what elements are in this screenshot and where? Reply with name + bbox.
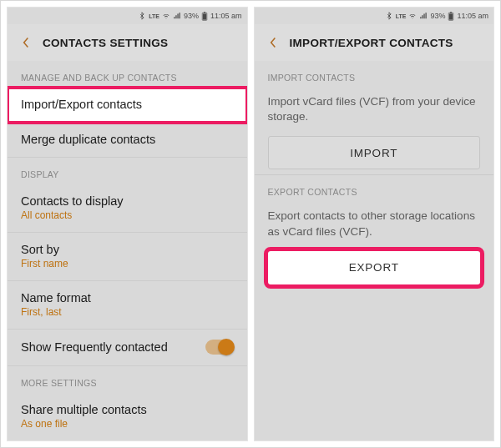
- row-share-multiple-value: As one file: [21, 418, 234, 430]
- row-show-freq-label: Show Frequently contacted: [21, 340, 168, 354]
- row-contacts-to-display[interactable]: Contacts to display All contacts: [8, 184, 247, 233]
- svg-rect-5: [449, 13, 453, 19]
- row-name-format-label: Name format: [21, 291, 234, 305]
- clock: 11:05 am: [457, 12, 488, 20]
- svg-rect-1: [204, 12, 205, 13]
- row-import-export-label: Import/Export contacts: [21, 98, 234, 111]
- wifi-icon: [408, 12, 417, 20]
- page-title: CONTACTS SETTINGS: [43, 37, 168, 49]
- import-button-label: IMPORT: [350, 147, 397, 159]
- svg-rect-4: [450, 12, 452, 13]
- row-name-format[interactable]: Name format First, last: [8, 281, 247, 330]
- import-description: Import vCard files (VCF) from your devic…: [255, 88, 494, 136]
- battery-percent: 93%: [184, 12, 199, 20]
- toggle-switch[interactable]: [205, 340, 234, 355]
- row-contacts-display-value: All contacts: [21, 209, 234, 221]
- section-display: DISPLAY: [8, 158, 247, 184]
- row-sort-by[interactable]: Sort by First name: [8, 233, 247, 281]
- screenshot-pair: LTE 93% 11:05 am CONTACTS SETTINGS MANAG…: [0, 0, 501, 448]
- battery-icon: [201, 12, 208, 21]
- row-contacts-display-label: Contacts to display: [21, 194, 234, 208]
- phone-right: LTE 93% 11:05 am IMPORT/EXPORT CONTACTS …: [254, 7, 495, 441]
- signal-icon: [419, 12, 428, 20]
- bluetooth-icon: [138, 12, 146, 20]
- battery-percent: 93%: [430, 12, 445, 20]
- phone-left: LTE 93% 11:05 am CONTACTS SETTINGS MANAG…: [7, 7, 248, 441]
- row-merge-duplicates[interactable]: Merge duplicate contacts: [8, 123, 247, 158]
- section-export: EXPORT CONTACTS: [255, 175, 494, 202]
- export-description: Export contacts to other storage locatio…: [255, 202, 494, 250]
- row-show-frequently[interactable]: Show Frequently contacted: [8, 330, 247, 366]
- wifi-icon: [162, 12, 170, 20]
- app-header: CONTACTS SETTINGS: [8, 24, 247, 61]
- clock: 11:05 am: [210, 12, 242, 20]
- row-share-multiple[interactable]: Share multiple contacts As one file: [8, 393, 247, 440]
- back-button[interactable]: [265, 34, 281, 51]
- chevron-left-icon: [21, 37, 31, 48]
- row-import-export[interactable]: Import/Export contacts: [8, 88, 247, 123]
- status-bar: LTE 93% 11:05 am: [255, 8, 494, 24]
- signal-icon: [173, 12, 181, 20]
- row-sort-by-value: First name: [21, 258, 234, 269]
- app-header: IMPORT/EXPORT CONTACTS: [255, 24, 494, 61]
- export-button-label: EXPORT: [349, 261, 399, 274]
- section-import: IMPORT CONTACTS: [255, 61, 494, 88]
- row-name-format-value: First, last: [21, 306, 234, 318]
- status-bar: LTE 93% 11:05 am: [8, 8, 247, 24]
- chevron-left-icon: [268, 37, 278, 48]
- bluetooth-icon: [385, 12, 393, 20]
- section-more: MORE SETTINGS: [8, 366, 247, 393]
- row-share-multiple-label: Share multiple contacts: [21, 403, 234, 416]
- row-sort-by-label: Sort by: [21, 243, 234, 256]
- export-button[interactable]: EXPORT: [268, 251, 481, 284]
- svg-rect-2: [203, 13, 206, 19]
- import-button[interactable]: IMPORT: [268, 136, 481, 169]
- row-merge-label: Merge duplicate contacts: [21, 133, 234, 146]
- page-title: IMPORT/EXPORT CONTACTS: [290, 37, 453, 49]
- network-label: LTE: [149, 13, 159, 19]
- back-button[interactable]: [18, 34, 34, 51]
- section-manage: MANAGE AND BACK UP CONTACTS: [8, 61, 247, 88]
- battery-icon: [448, 12, 454, 21]
- network-label: LTE: [396, 13, 407, 19]
